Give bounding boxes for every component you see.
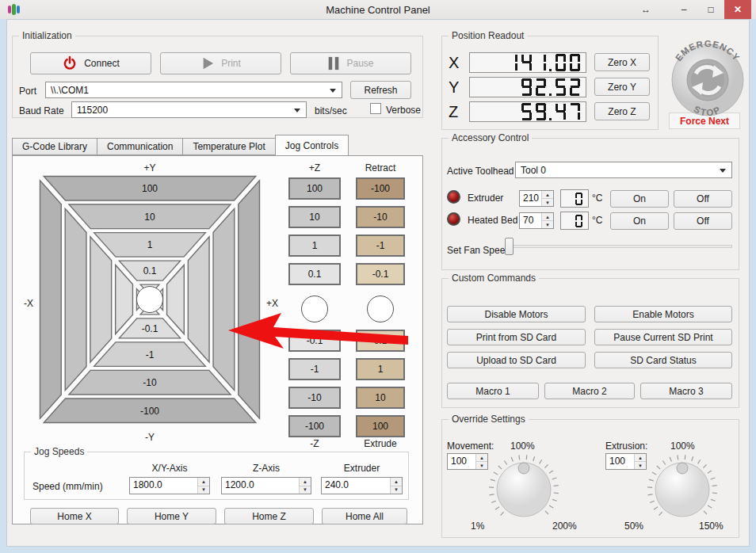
xy-speed-spinbox[interactable]: 1800.0▲▼: [129, 477, 210, 494]
zero-y-button[interactable]: Zero Y: [594, 78, 650, 96]
z-col-jog--10[interactable]: -10: [288, 387, 341, 409]
zero-z-button[interactable]: Zero Z: [594, 102, 650, 120]
upload-to-sd-button[interactable]: Upload to SD Card: [447, 352, 586, 368]
movement-max-label: 200%: [552, 521, 577, 532]
z-speed-spinbox[interactable]: 1200.0▲▼: [221, 477, 311, 494]
connect-label: Connect: [84, 58, 120, 69]
tab-bar: G-Code Library Communication Temperature…: [12, 135, 349, 155]
jog-x-minus-ring2[interactable]: [90, 237, 112, 362]
port-combobox[interactable]: \\.\COM1: [45, 82, 342, 98]
active-toolhead-value: Tool 0: [521, 165, 546, 176]
sd-card-status-button[interactable]: SD Card Status: [594, 352, 732, 368]
baud-units-label: bits/sec: [315, 105, 347, 116]
heated-bed-setpoint-spinbox[interactable]: 70▲▼: [519, 212, 554, 229]
minimize-button[interactable]: –: [670, 0, 697, 19]
fan-speed-slider[interactable]: [505, 238, 732, 255]
zero-x-button[interactable]: Zero X: [594, 53, 650, 71]
macro-1-button[interactable]: Macro 1: [447, 383, 539, 399]
z-col-jog-0.1[interactable]: 0.1: [288, 263, 341, 285]
temperature-readout: [560, 212, 589, 230]
jog-x-plus-ring2[interactable]: [188, 237, 209, 362]
active-toolhead-label: Active Toolhead: [447, 166, 514, 177]
extrusion-min-label: 50%: [624, 521, 643, 532]
extrusion-label: Extrusion:: [605, 440, 647, 452]
xy-jog-center[interactable]: [137, 287, 163, 313]
tab-communication[interactable]: Communication: [97, 138, 183, 155]
e-col-jog-0.1[interactable]: 0.1: [356, 330, 405, 352]
pause-button[interactable]: Pause: [290, 52, 411, 74]
chevron-down-icon: [294, 109, 300, 113]
e-col-jog-1[interactable]: 1: [356, 358, 405, 380]
tab-temperature-plot[interactable]: Temperature Plot: [183, 138, 275, 155]
close-button[interactable]: ✕: [724, 0, 751, 19]
refresh-button[interactable]: Refresh: [350, 81, 411, 99]
verbose-checkbox[interactable]: [370, 103, 381, 114]
spin-up-icon: ▲: [198, 478, 209, 486]
extruder-off-button[interactable]: Off: [674, 190, 732, 208]
power-icon: [62, 55, 78, 71]
e-col-jog--0.1[interactable]: -0.1: [356, 263, 405, 285]
dial-indicator: [518, 463, 529, 474]
xy-jog-pad[interactable]: 1001010.1-0.1-1-10-100: [38, 174, 262, 427]
movement-override-spinbox[interactable]: 100▲▼: [447, 453, 488, 470]
print-button[interactable]: Print: [160, 52, 281, 74]
jog-controls-panel: +Y -Y -X +X +Z -Z Retract Extrude 100101…: [12, 155, 423, 524]
slider-handle[interactable]: [505, 238, 514, 255]
jog-ring-label: -10: [143, 377, 157, 388]
jog-x-minus-ring1[interactable]: [65, 208, 86, 390]
extruder-setpoint-spinbox[interactable]: 210▲▼: [519, 190, 554, 207]
z-col-jog-100[interactable]: 100: [288, 177, 341, 200]
jog-x-plus-ring3[interactable]: [167, 265, 185, 334]
e-col-jog--1[interactable]: -1: [356, 235, 405, 257]
heated-bed-off-button[interactable]: Off: [674, 212, 732, 230]
e-col-jog-10[interactable]: 10: [356, 387, 405, 409]
position-readout-group: Position Readout XZero XYZero YZZero Z: [441, 36, 659, 130]
disable-motors-button[interactable]: Disable Motors: [447, 306, 586, 322]
home-x-button[interactable]: Home X: [30, 508, 119, 524]
z-jog-center[interactable]: [301, 296, 328, 322]
baud-rate-combobox[interactable]: 115200: [71, 101, 307, 118]
emergency-stop-button[interactable]: EMERGENCY STOP: [670, 40, 746, 116]
tab-jog-controls[interactable]: Jog Controls: [275, 135, 349, 155]
macro-3-button[interactable]: Macro 3: [640, 383, 732, 399]
jog-x-minus-ring0[interactable]: [40, 181, 62, 418]
home-z-button[interactable]: Home Z: [224, 508, 314, 524]
extruder-on-button[interactable]: On: [610, 190, 669, 208]
jog-x-plus-ring1[interactable]: [213, 208, 235, 390]
heated-bed-on-button[interactable]: On: [610, 212, 669, 230]
enable-motors-button[interactable]: Enable Motors: [594, 306, 732, 322]
resize-icon[interactable]: ↔: [634, 0, 658, 19]
z-col-jog--0.1[interactable]: -0.1: [288, 330, 341, 352]
e-col-jog-100[interactable]: 100: [356, 415, 405, 437]
extrusion-max-label: 150%: [699, 521, 724, 532]
pause-sd-print-button[interactable]: Pause Current SD Print: [594, 329, 732, 345]
extruder-speed-spinbox[interactable]: 240.0▲▼: [321, 477, 403, 494]
initialization-legend: Initialization: [19, 30, 75, 41]
extruder-led: [447, 190, 460, 204]
home-y-button[interactable]: Home Y: [127, 508, 216, 524]
e-col-jog--10[interactable]: -10: [356, 206, 405, 228]
tab-gcode-library[interactable]: G-Code Library: [12, 138, 97, 155]
e-jog-center[interactable]: [367, 296, 394, 322]
active-toolhead-combobox[interactable]: Tool 0: [515, 162, 732, 178]
extrusion-override-dial[interactable]: [644, 453, 720, 526]
macro-2-button[interactable]: Macro 2: [544, 383, 635, 399]
jog-ring-label: 1: [147, 239, 153, 250]
movement-override-dial[interactable]: [486, 453, 562, 526]
jog-x-plus-ring0[interactable]: [239, 181, 260, 418]
movement-label: Movement:: [447, 440, 494, 452]
heater-label: Extruder: [468, 193, 503, 204]
z-col-jog-1[interactable]: 1: [288, 235, 341, 257]
z-col-jog--100[interactable]: -100: [288, 415, 341, 437]
z-col-jog-10[interactable]: 10: [288, 206, 341, 228]
z-col-jog--1[interactable]: -1: [288, 358, 341, 380]
maximize-button[interactable]: □: [697, 0, 724, 19]
jog-x-minus-ring3[interactable]: [116, 265, 133, 334]
extrusion-override-spinbox[interactable]: 100▲▼: [605, 453, 647, 470]
e-col-jog--100[interactable]: -100: [356, 177, 405, 200]
override-settings-group: Override Settings Movement: 100% 100▲▼ 1…: [441, 419, 739, 538]
titlebar[interactable]: Machine Control Panel ↔ – □ ✕: [0, 0, 756, 19]
connect-button[interactable]: Connect: [30, 52, 151, 74]
print-from-sd-button[interactable]: Print from SD Card: [447, 329, 586, 345]
home-all-button[interactable]: Home All: [322, 508, 407, 524]
